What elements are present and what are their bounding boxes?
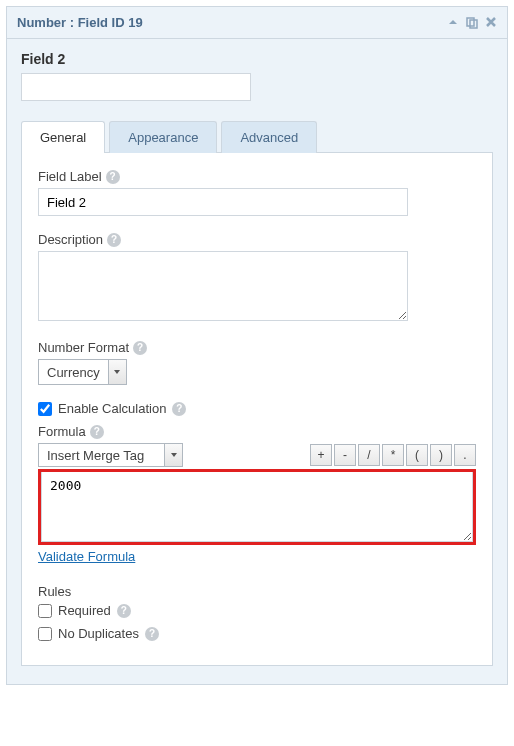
field-label-input[interactable] [38, 188, 408, 216]
operator-multiply-button[interactable]: * [382, 444, 404, 466]
insert-merge-tag-select[interactable]: Insert Merge Tag [38, 443, 183, 467]
chevron-down-icon[interactable] [108, 360, 126, 384]
operator-open-paren-button[interactable]: ( [406, 444, 428, 466]
rules-heading: Rules [38, 584, 476, 599]
tab-content-general: Field Label ? Description ? Number Forma… [21, 152, 493, 666]
panel-actions [447, 16, 497, 30]
panel-body: Field 2 General Appearance Advanced Fiel… [7, 39, 507, 684]
description-textarea[interactable] [38, 251, 408, 321]
number-format-label: Number Format ? [38, 340, 476, 355]
formula-textarea[interactable] [41, 472, 473, 542]
operator-plus-button[interactable]: + [310, 444, 332, 466]
help-icon[interactable]: ? [133, 341, 147, 355]
operator-dot-button[interactable]: . [454, 444, 476, 466]
field-label-label: Field Label ? [38, 169, 476, 184]
formula-label-text: Formula [38, 424, 86, 439]
tab-general[interactable]: General [21, 121, 105, 153]
field-name-heading: Field 2 [21, 51, 493, 67]
field-preview-input[interactable] [21, 73, 251, 101]
formula-highlight-box [38, 469, 476, 545]
tab-appearance[interactable]: Appearance [109, 121, 217, 153]
description-label: Description ? [38, 232, 476, 247]
close-icon[interactable] [485, 16, 497, 30]
formula-toolbar: Insert Merge Tag + - / * ( ) . [38, 443, 476, 467]
help-icon[interactable]: ? [117, 604, 131, 618]
panel-title: Number : Field ID 19 [17, 15, 447, 30]
help-icon[interactable]: ? [145, 627, 159, 641]
field-settings-panel: Number : Field ID 19 Field 2 General App… [6, 6, 508, 685]
collapse-icon[interactable] [447, 16, 459, 30]
operator-close-paren-button[interactable]: ) [430, 444, 452, 466]
operator-buttons: + - / * ( ) . [310, 444, 476, 466]
required-checkbox[interactable] [38, 604, 52, 618]
enable-calculation-row: Enable Calculation ? [38, 401, 476, 416]
help-icon[interactable]: ? [107, 233, 121, 247]
formula-label: Formula ? [38, 424, 476, 439]
operator-divide-button[interactable]: / [358, 444, 380, 466]
required-row: Required ? [38, 603, 476, 618]
operator-minus-button[interactable]: - [334, 444, 356, 466]
number-format-select[interactable]: Currency [38, 359, 127, 385]
description-label-text: Description [38, 232, 103, 247]
help-icon[interactable]: ? [172, 402, 186, 416]
enable-calculation-label: Enable Calculation [58, 401, 166, 416]
help-icon[interactable]: ? [106, 170, 120, 184]
tabs: General Appearance Advanced [21, 121, 493, 153]
enable-calculation-checkbox[interactable] [38, 402, 52, 416]
chevron-down-icon[interactable] [164, 444, 182, 466]
no-duplicates-label: No Duplicates [58, 626, 139, 641]
number-format-value: Currency [39, 360, 108, 384]
panel-header: Number : Field ID 19 [7, 7, 507, 39]
field-label-text: Field Label [38, 169, 102, 184]
help-icon[interactable]: ? [90, 425, 104, 439]
tab-advanced[interactable]: Advanced [221, 121, 317, 153]
no-duplicates-checkbox[interactable] [38, 627, 52, 641]
number-format-label-text: Number Format [38, 340, 129, 355]
insert-merge-tag-value: Insert Merge Tag [39, 444, 164, 466]
duplicate-icon[interactable] [465, 16, 479, 30]
required-label: Required [58, 603, 111, 618]
no-duplicates-row: No Duplicates ? [38, 626, 476, 641]
validate-formula-link[interactable]: Validate Formula [38, 549, 135, 564]
